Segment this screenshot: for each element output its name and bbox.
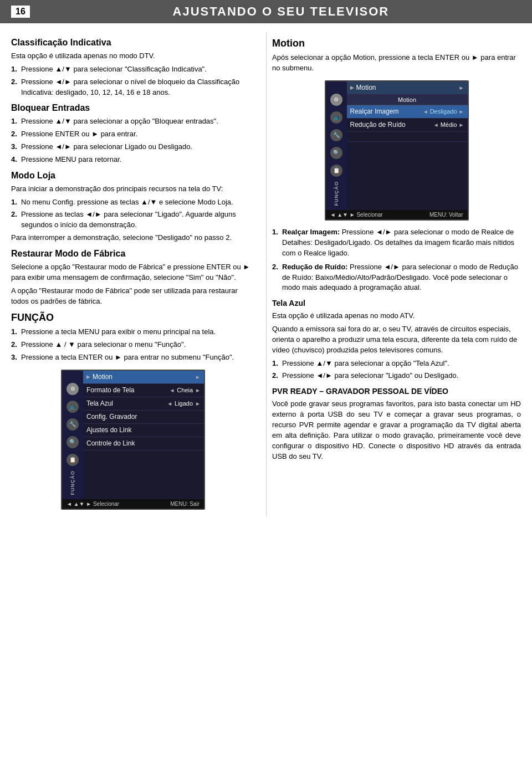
motion-item-1: 1. Realçar Imagem: Pressione ◄/► para se… [272, 227, 521, 259]
motion-text: Após selecionar a opção Motion, pression… [272, 53, 521, 74]
section-pvr: PVR READY – GRAVADOR PESSOAL DE VÍDEO Vo… [272, 387, 521, 462]
bloquear-item-3: 3. Pressione ◄/► para selecionar Ligado … [11, 142, 255, 152]
motion-item-2: 2. Redução de Ruído: Pressione ◄/► para … [272, 262, 521, 294]
pvr-title: PVR READY – GRAVADOR PESSOAL DE VÍDEO [272, 387, 521, 396]
tv-footer2-left: ◄ ▲▼ ► Selecionar [330, 212, 383, 218]
tv-icon-gear2: ⚙ [330, 94, 342, 106]
tv-footer2-right: MENU: Voltar [429, 212, 463, 218]
page-number: 16 [11, 6, 30, 18]
content-area: Classificação Indicativa Esta opção é ut… [0, 23, 532, 525]
tv-row-realcar: Realçar Imagem ◄ Desligado ► [347, 105, 468, 119]
tv-menu-motion: ⚙ 📺 🔧 🔍 📋 FUNÇÃO ▶ Motion ► [325, 80, 469, 221]
tv-sidebar-funcao: ⚙ 📺 🔧 🔍 📋 FUNÇÃO [62, 371, 83, 500]
section-tela-azul: Tela Azul Esta opção é utilizada apenas … [272, 299, 521, 381]
restaurar-text1: Selecione a opção "Restaurar modo de Fáb… [11, 262, 255, 283]
section-bloquear: Bloquear Entradas 1. Pressione ▲/▼ para … [11, 103, 255, 165]
tv-sidebar-label: FUNÇÃO [70, 470, 75, 495]
bloquear-item-2: 2. Pressione ENTER ou ► para entrar. [11, 129, 255, 140]
classificacao-item-1: 1. Pressione ▲/▼ para selecionar "Classi… [11, 64, 255, 75]
left-column: Classificação Indicativa Esta opção é ut… [11, 32, 266, 516]
tela-azul-text1: Esta opção é utilizada apenas no modo AT… [272, 311, 521, 321]
tv-icon-3: 🔍 [66, 436, 79, 448]
tv-footer-right: MENU: Sair [170, 501, 200, 507]
tv-row-reducao: Redução de Ruído ◄ Médio ► [347, 119, 468, 132]
tv-row-tela-azul: Tela Azul ◄ Ligado ► [83, 397, 204, 411]
tela-azul-item-1: 1. Pressione ▲/▼ para selecionar a opção… [272, 358, 521, 369]
modo-loja-title: Modo Loja [11, 171, 255, 181]
funcao-title: FUNÇÃO [11, 312, 255, 324]
tv-empty-row [347, 132, 468, 142]
tv-icon-2: 🔧 [66, 418, 79, 431]
section-funcao: FUNÇÃO 1. Pressione a tecla MENU para ex… [11, 312, 255, 363]
tv-icon-m4: 📋 [330, 165, 342, 177]
bloquear-item-4: 4. Pressione MENU para retornar. [11, 155, 255, 165]
tv-icon-m1: 📺 [330, 111, 342, 124]
funcao-item-1: 1. Pressione a tecla MENU para exibir o … [11, 327, 255, 337]
bloquear-title: Bloquear Entradas [11, 103, 255, 113]
right-column: Motion Após selecionar a opção Motion, p… [266, 32, 521, 516]
tv-footer-left: ◄ ▲▼ ► Selecionar [66, 501, 119, 507]
section-classificacao: Classificação Indicativa Esta opção é ut… [11, 38, 255, 98]
tv-icon-gear: ⚙ [66, 383, 79, 395]
tv-footer-1: ◄ ▲▼ ► Selecionar MENU: Sair [62, 499, 204, 509]
funcao-item-2: 2. Pressione ▲ / ▼ para selecionar o men… [11, 340, 255, 350]
tv-icon-m3: 🔍 [330, 147, 342, 159]
tv-row-ajustes-link: Ajustes do Link [83, 424, 204, 437]
motion-title: Motion [272, 38, 521, 49]
pvr-text: Você pode gravar seus programas favorito… [272, 399, 521, 462]
funcao-item-3: 3. Pressione a tecla ENTER ou ► para ent… [11, 352, 255, 363]
tv-motion-content: ▶ Motion ► Motion Realçar Imagem ◄ [347, 81, 468, 211]
tv-footer-2: ◄ ▲▼ ► Selecionar MENU: Voltar [326, 210, 468, 219]
tv-motion-top-row: ▶ Motion ► [347, 81, 468, 95]
tv-motion-sub-header: Motion [347, 95, 468, 105]
tv-menu-funcao: ⚙ 📺 🔧 🔍 📋 FUNÇÃO ▶ Motion ► [61, 370, 205, 510]
tv-sidebar-label2: FUNÇÃO [334, 181, 339, 206]
modo-loja-intro: Para iniciar a demonstração dos principa… [11, 184, 255, 194]
tv-icon-m2: 🔧 [330, 129, 342, 141]
classificacao-title: Classificação Indicativa [11, 38, 255, 48]
tv-menu-content: ▶ Motion ► Formato de Tela ◄ Cheia ► [83, 371, 204, 500]
bloquear-item-1: 1. Pressione ▲/▼ para selecionar a opção… [11, 116, 255, 127]
page-title: AJUSTANDO O SEU TELEVISOR [41, 4, 521, 19]
tela-azul-text2: Quando a emissora sai fora do ar, o seu … [272, 324, 521, 356]
tela-azul-title: Tela Azul [272, 299, 521, 308]
tv-row-config-gravador: Config. Gravador [83, 411, 204, 424]
tv-icon-1: 📺 [66, 401, 79, 413]
modo-loja-item-2: 2. Pressione as teclas ◄/► para selecion… [11, 209, 255, 231]
restaurar-text2: A opção "Restaurar modo de Fábrica" pode… [11, 286, 255, 307]
tela-azul-item-2: 2. Pressione ◄/► para selecionar "Ligado… [272, 371, 521, 381]
tv-row-formato: Formato de Tela ◄ Cheia ► [83, 384, 204, 397]
classificacao-intro: Esta opção é utilizada apenas no modo DT… [11, 51, 255, 62]
tv-row-motion: ▶ Motion ► [83, 371, 204, 384]
page-header: 16 AJUSTANDO O SEU TELEVISOR [0, 0, 532, 23]
tv-icon-4: 📋 [66, 454, 79, 466]
tv-row-controle-link: Controle do Link [83, 437, 204, 450]
tv-sidebar-motion: ⚙ 📺 🔧 🔍 📋 FUNÇÃO [326, 81, 347, 211]
restaurar-title: Restaurar Modo de Fábrica [11, 249, 255, 259]
section-restaurar: Restaurar Modo de Fábrica Selecione a op… [11, 249, 255, 306]
classificacao-item-2: 2. Pressione ◄/► para selecionar o nível… [11, 77, 255, 98]
modo-loja-item-1: 1. No menu Config. pressione as teclas ▲… [11, 197, 255, 208]
modo-loja-interrupt: Para interromper a demonstração, selecio… [11, 233, 255, 243]
section-modo-loja: Modo Loja Para iniciar a demonstração do… [11, 171, 255, 243]
section-motion: Motion Após selecionar a opção Motion, p… [272, 38, 521, 74]
